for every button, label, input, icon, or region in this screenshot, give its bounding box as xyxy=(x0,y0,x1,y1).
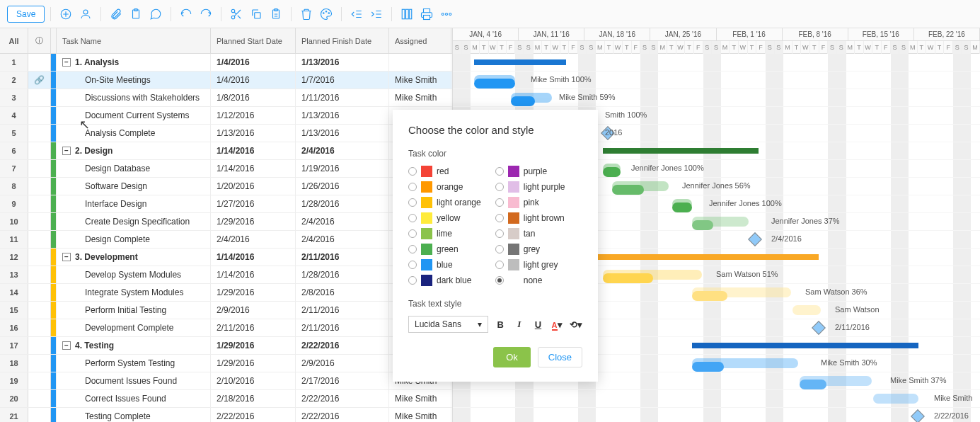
color-option-lime[interactable]: lime xyxy=(408,228,481,239)
assigned-cell[interactable]: Mike Smith xyxy=(389,408,451,422)
task-name-cell[interactable]: Design Database xyxy=(57,160,211,177)
task-name-cell[interactable]: Design Complete xyxy=(57,231,211,248)
close-button[interactable]: Close xyxy=(538,347,582,367)
palette-icon[interactable] xyxy=(317,5,335,23)
planned-start-cell[interactable]: 1/8/2016 xyxy=(211,89,296,106)
task-name-cell[interactable]: Testing Complete xyxy=(57,408,211,422)
task-row[interactable]: 1 −1. Analysis 1/4/2016 1/13/2016 xyxy=(0,54,452,72)
task-bar[interactable] xyxy=(612,181,669,191)
task-bar[interactable] xyxy=(692,287,791,297)
task-bar[interactable] xyxy=(792,305,821,315)
italic-button[interactable]: I xyxy=(513,319,526,330)
planned-finish-cell[interactable]: 1/13/2016 xyxy=(296,125,389,142)
color-option-yellow[interactable]: yellow xyxy=(408,212,481,224)
task-row[interactable]: 6 −2. Design 1/14/2016 2/4/2016 xyxy=(0,142,452,160)
planned-start-cell[interactable]: 1/14/2016 xyxy=(211,160,296,177)
task-row[interactable]: 21 Testing Complete 2/22/2016 2/22/2016 … xyxy=(0,408,452,422)
task-bar[interactable] xyxy=(692,358,798,368)
task-bar[interactable] xyxy=(873,394,918,404)
planned-start-cell[interactable]: 1/29/2016 xyxy=(211,355,296,372)
planned-start-cell[interactable]: 1/29/2016 xyxy=(211,337,296,354)
header-assigned[interactable]: Assigned xyxy=(389,28,451,53)
ok-button[interactable]: Ok xyxy=(493,347,531,367)
print-icon[interactable] xyxy=(417,5,436,23)
planned-finish-cell[interactable]: 1/19/2016 xyxy=(296,160,389,177)
task-row[interactable]: 11 Design Complete 2/4/2016 2/4/2016 xyxy=(0,231,452,249)
planned-finish-cell[interactable]: 2/4/2016 xyxy=(296,142,389,159)
planned-start-cell[interactable]: 1/4/2016 xyxy=(211,54,296,71)
task-bar[interactable] xyxy=(511,93,552,103)
planned-finish-cell[interactable]: 2/8/2016 xyxy=(296,284,389,301)
planned-finish-cell[interactable]: 2/17/2016 xyxy=(296,372,389,389)
task-row[interactable]: 8 Software Design 1/20/2016 1/26/2016 xyxy=(0,178,452,195)
task-bar[interactable] xyxy=(603,270,702,280)
planned-finish-cell[interactable]: 1/28/2016 xyxy=(296,266,389,283)
expand-icon[interactable]: − xyxy=(62,58,71,67)
planned-start-cell[interactable]: 2/11/2016 xyxy=(211,319,296,336)
planned-finish-cell[interactable]: 2/9/2016 xyxy=(296,355,389,372)
task-name-cell[interactable]: −2. Design xyxy=(57,142,211,159)
color-option-light-grey[interactable]: light grey xyxy=(495,259,565,270)
planned-start-cell[interactable]: 1/29/2016 xyxy=(211,284,296,301)
planned-finish-cell[interactable]: 2/11/2016 xyxy=(296,319,389,336)
task-name-cell[interactable]: Software Design xyxy=(57,178,211,195)
summary-bar[interactable] xyxy=(603,148,759,154)
task-row[interactable]: 3 Discussions with Stakeholders 1/8/2016… xyxy=(0,89,452,107)
color-option-dark-blue[interactable]: dark blue xyxy=(408,275,481,286)
font-select[interactable]: Lucida Sans▾ xyxy=(408,316,488,333)
expand-icon[interactable]: − xyxy=(62,341,71,350)
planned-start-cell[interactable]: 2/9/2016 xyxy=(211,302,296,319)
color-option-light-orange[interactable]: light orange xyxy=(408,197,481,208)
planned-start-cell[interactable]: 1/20/2016 xyxy=(211,178,296,195)
planned-start-cell[interactable]: 1/27/2016 xyxy=(211,195,296,212)
task-row[interactable]: 4 Document Current Systems 1/12/2016 1/1… xyxy=(0,107,452,125)
underline-button[interactable]: U xyxy=(531,319,545,330)
task-bar[interactable] xyxy=(603,164,621,173)
planned-start-cell[interactable]: 1/13/2016 xyxy=(211,125,296,142)
task-row[interactable]: 7 Design Database 1/14/2016 1/19/2016 xyxy=(0,160,452,178)
planned-start-cell[interactable]: 1/14/2016 xyxy=(211,142,296,159)
redo-icon[interactable] xyxy=(197,5,215,23)
task-row[interactable]: 2 🔗 On-Site Meetings 1/4/2016 1/7/2016 M… xyxy=(0,72,452,89)
link-button[interactable]: ⟲▾ xyxy=(569,319,582,330)
planned-start-cell[interactable]: 1/14/2016 xyxy=(211,249,296,266)
planned-finish-cell[interactable]: 2/22/2016 xyxy=(296,337,389,354)
undo-icon[interactable] xyxy=(177,5,195,23)
task-row[interactable]: 13 Develop System Modules 1/14/2016 1/28… xyxy=(0,266,452,284)
task-name-cell[interactable]: −1. Analysis xyxy=(57,54,211,71)
planned-start-cell[interactable]: 2/10/2016 xyxy=(211,372,296,389)
save-button[interactable]: Save xyxy=(7,6,45,23)
assign-icon[interactable] xyxy=(76,5,95,23)
planned-finish-cell[interactable]: 1/26/2016 xyxy=(296,178,389,195)
task-name-cell[interactable]: On-Site Meetings xyxy=(57,72,211,89)
task-row[interactable]: 16 Development Complete 2/11/2016 2/11/2… xyxy=(0,319,452,337)
planned-finish-cell[interactable]: 2/11/2016 xyxy=(296,302,389,319)
task-name-cell[interactable]: Perform System Testing xyxy=(57,355,211,372)
color-option-grey[interactable]: grey xyxy=(495,244,565,255)
planned-start-cell[interactable]: 2/4/2016 xyxy=(211,231,296,248)
clipboard-icon[interactable] xyxy=(127,5,145,23)
task-row[interactable]: 9 Interface Design 1/27/2016 1/28/2016 xyxy=(0,195,452,213)
task-name-cell[interactable]: Interface Design xyxy=(57,195,211,212)
planned-finish-cell[interactable]: 1/28/2016 xyxy=(296,195,389,212)
bold-button[interactable]: B xyxy=(494,319,507,330)
assigned-cell[interactable] xyxy=(389,54,451,71)
planned-finish-cell[interactable]: 2/11/2016 xyxy=(296,249,389,266)
assigned-cell[interactable]: Mike Smith xyxy=(389,72,451,89)
planned-finish-cell[interactable]: 1/13/2016 xyxy=(296,54,389,71)
task-bar[interactable] xyxy=(474,75,515,85)
task-bar[interactable] xyxy=(692,217,749,227)
planned-finish-cell[interactable]: 2/4/2016 xyxy=(296,231,389,248)
planned-start-cell[interactable]: 2/18/2016 xyxy=(211,390,296,407)
copy-icon[interactable] xyxy=(247,5,265,23)
task-name-cell[interactable]: Develop System Modules xyxy=(57,266,211,283)
task-name-cell[interactable]: Document Issues Found xyxy=(57,372,211,389)
expand-icon[interactable]: − xyxy=(62,147,71,155)
indent-icon[interactable] xyxy=(367,5,386,23)
task-row[interactable]: 15 Perform Initial Testing 2/9/2016 2/11… xyxy=(0,302,452,319)
header-task-name[interactable]: Task Name xyxy=(57,28,211,53)
header-all[interactable]: All xyxy=(0,28,28,53)
task-row[interactable]: 20 Correct Issues Found 2/18/2016 2/22/2… xyxy=(0,390,452,408)
task-name-cell[interactable]: Discussions with Stakeholders xyxy=(57,89,211,106)
color-option-pink[interactable]: pink xyxy=(495,197,565,208)
